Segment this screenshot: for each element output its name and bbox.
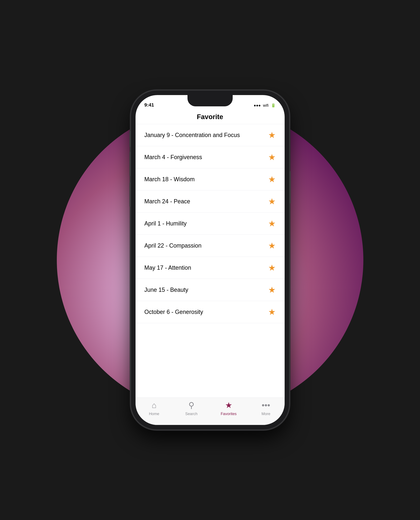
volume-up-button: [129, 152, 131, 176]
list-item[interactable]: March 4 - Forgiveness ★: [135, 146, 285, 168]
list-item[interactable]: May 17 - Attention ★: [135, 257, 285, 279]
page-title: Favorite: [197, 113, 223, 121]
item-label: April 1 - Humility: [144, 220, 187, 227]
favorite-star-icon[interactable]: ★: [268, 196, 276, 206]
tab-home-label: Home: [149, 412, 159, 416]
item-label: May 17 - Attention: [144, 264, 191, 272]
list-item[interactable]: January 9 - Concentration and Focus ★: [135, 124, 285, 146]
favorite-star-icon[interactable]: ★: [268, 307, 276, 317]
phone-notch: [188, 95, 233, 106]
list-item[interactable]: April 1 - Humility ★: [135, 212, 285, 235]
item-label: October 6 - Generosity: [144, 308, 203, 316]
item-label: April 22 - Compassion: [144, 242, 202, 249]
favorite-star-icon[interactable]: ★: [268, 152, 276, 162]
favorite-star-icon[interactable]: ★: [268, 174, 276, 184]
wifi-icon: wifi: [263, 103, 269, 108]
search-icon: ⚲: [188, 400, 195, 410]
home-icon: ⌂: [152, 400, 157, 410]
list-item[interactable]: April 22 - Compassion ★: [135, 235, 285, 257]
status-time: 9:41: [144, 102, 154, 108]
tab-home[interactable]: ⌂ Home: [135, 400, 173, 416]
silent-switch: [129, 131, 131, 147]
favorites-icon: ★: [225, 400, 232, 410]
tab-more-label: More: [262, 412, 270, 416]
favorite-star-icon[interactable]: ★: [268, 263, 276, 273]
favorites-list[interactable]: January 9 - Concentration and Focus ★ Ma…: [135, 124, 285, 398]
tab-favorites[interactable]: ★ Favorites: [210, 400, 247, 416]
more-icon: •••: [262, 400, 270, 410]
tab-search[interactable]: ⚲ Search: [173, 400, 210, 416]
navigation-title-bar: Favorite: [135, 110, 285, 124]
phone-device: 9:41 ●●● wifi 🔋 Favorite January 9 - Con…: [131, 90, 289, 430]
signal-icon: ●●●: [254, 103, 261, 108]
status-icons: ●●● wifi 🔋: [254, 103, 276, 108]
favorite-star-icon[interactable]: ★: [268, 130, 276, 140]
phone-screen: 9:41 ●●● wifi 🔋 Favorite January 9 - Con…: [135, 95, 285, 425]
list-item[interactable]: March 18 - Wisdom ★: [135, 168, 285, 190]
item-label: June 15 - Beauty: [144, 286, 188, 294]
list-item[interactable]: June 15 - Beauty ★: [135, 279, 285, 301]
item-label: January 9 - Concentration and Focus: [144, 131, 240, 139]
favorite-star-icon[interactable]: ★: [268, 219, 276, 228]
tab-favorites-label: Favorites: [221, 412, 237, 416]
tab-bar: ⌂ Home ⚲ Search ★ Favorites ••• More: [135, 398, 285, 425]
power-button: [289, 171, 291, 203]
tab-more[interactable]: ••• More: [247, 400, 285, 416]
volume-down-button: [129, 182, 131, 207]
scene: 9:41 ●●● wifi 🔋 Favorite January 9 - Con…: [0, 0, 420, 520]
favorite-star-icon[interactable]: ★: [268, 241, 276, 250]
item-label: March 4 - Forgiveness: [144, 153, 202, 161]
list-item[interactable]: March 24 - Peace ★: [135, 190, 285, 212]
list-item[interactable]: October 6 - Generosity ★: [135, 301, 285, 323]
battery-icon: 🔋: [271, 103, 276, 108]
tab-search-label: Search: [185, 412, 197, 416]
item-label: March 18 - Wisdom: [144, 176, 195, 183]
item-label: March 24 - Peace: [144, 198, 190, 205]
favorite-star-icon[interactable]: ★: [268, 285, 276, 295]
